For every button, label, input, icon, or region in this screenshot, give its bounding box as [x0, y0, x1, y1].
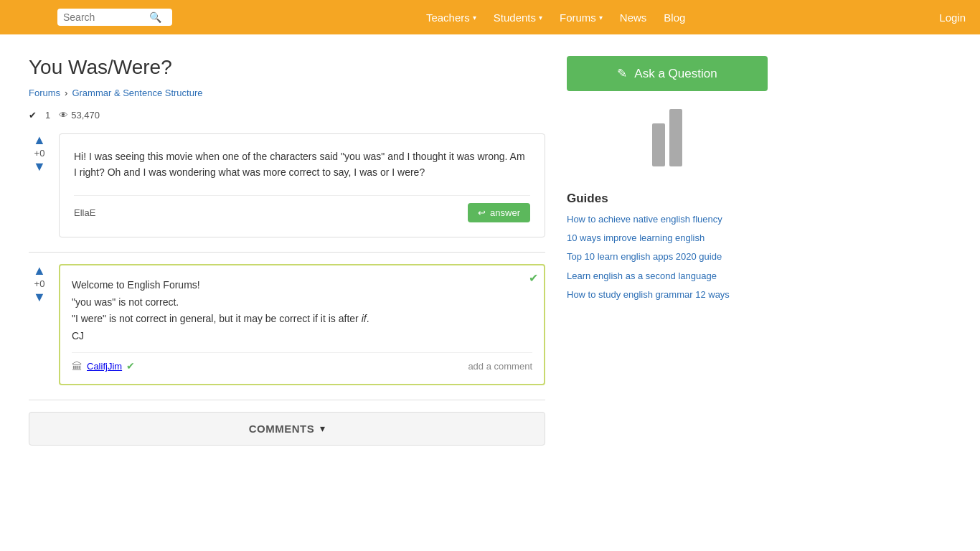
- nav-students[interactable]: Students ▾: [494, 11, 542, 24]
- comments-bar[interactable]: COMMENTS ▾: [29, 412, 545, 446]
- verified-icon: ✔: [126, 360, 135, 372]
- question-vote-col: ▲ +0 ▼: [29, 133, 50, 237]
- chevron-down-icon: ▾: [539, 14, 542, 22]
- sidebar: ✎ Ask a Question Guides How to achieve n…: [567, 56, 768, 446]
- search-button[interactable]: 🔍: [149, 11, 161, 23]
- answer-text: Welcome to English Forums! "you was" is …: [72, 277, 532, 345]
- login-button[interactable]: Login: [939, 11, 966, 24]
- question-footer: EllaE ↩ answer: [74, 195, 530, 222]
- answer-block: ▲ +0 ▼ ✔ Welcome to English Forums! "you…: [29, 264, 545, 385]
- guide-item-5: How to study english grammar 12 ways: [567, 288, 768, 301]
- main-nav: Teachers ▾ Students ▾ Forums ▾ News Blog: [187, 11, 925, 24]
- guide-item-4: Learn english as a second language: [567, 270, 768, 283]
- guide-link-5[interactable]: How to study english grammar 12 ways: [567, 289, 730, 300]
- question-block: ▲ +0 ▼ Hi! I was seeing this movie when …: [29, 133, 545, 237]
- ad-bar-2: [669, 109, 682, 166]
- ask-question-button[interactable]: ✎ Ask a Question: [567, 56, 768, 91]
- breadcrumb-forums-link[interactable]: Forums: [29, 88, 60, 98]
- check-icon: ✔: [29, 110, 37, 121]
- answer-button[interactable]: ↩ answer: [468, 203, 530, 222]
- question-vote-down[interactable]: ▼: [33, 160, 46, 173]
- answer-footer: 🏛 CalifjJim ✔ add a comment: [72, 352, 532, 372]
- breadcrumb: Forums › Grammar & Sentence Structure: [29, 88, 545, 98]
- vote-meta: 1: [45, 110, 50, 121]
- divider-2: [29, 400, 545, 400]
- eye-icon: 👁: [59, 110, 68, 121]
- guides-list: How to achieve native english fluency 10…: [567, 213, 768, 301]
- answer-content: ✔ Welcome to English Forums! "you was" i…: [59, 264, 545, 385]
- author-icon: 🏛: [72, 360, 83, 372]
- answer-vote-up[interactable]: ▲: [33, 264, 46, 277]
- reply-icon: ↩: [478, 207, 486, 218]
- search-input[interactable]: [63, 11, 149, 23]
- question-author: EllaE: [74, 207, 95, 218]
- guides-section: Guides How to achieve native english flu…: [567, 192, 768, 301]
- guide-link-1[interactable]: How to achieve native english fluency: [567, 214, 722, 225]
- nav-news[interactable]: News: [620, 11, 647, 24]
- add-comment-link[interactable]: add a comment: [468, 361, 532, 372]
- question-text: Hi! I was seeing this movie when one of …: [74, 149, 530, 181]
- page-title: You Was/Were?: [29, 56, 545, 79]
- site-header: 🔍 Teachers ▾ Students ▾ Forums ▾ News Bl…: [0, 0, 980, 34]
- breadcrumb-category-link[interactable]: Grammar & Sentence Structure: [72, 88, 202, 98]
- content-area: You Was/Were? Forums › Grammar & Sentenc…: [29, 56, 545, 446]
- nav-teachers[interactable]: Teachers ▾: [426, 11, 476, 24]
- comments-chevron-icon: ▾: [320, 423, 325, 434]
- ad-placeholder: [567, 105, 768, 170]
- guides-title: Guides: [567, 192, 768, 206]
- chevron-down-icon: ▾: [599, 14, 603, 22]
- chevron-down-icon: ▾: [473, 14, 476, 22]
- guide-item-1: How to achieve native english fluency: [567, 213, 768, 226]
- guide-item-2: 10 ways improve learning english: [567, 232, 768, 245]
- guide-link-2[interactable]: 10 ways improve learning english: [567, 232, 705, 243]
- question-vote-up[interactable]: ▲: [33, 133, 46, 146]
- nav-blog[interactable]: Blog: [664, 11, 685, 24]
- pencil-icon: ✎: [617, 66, 627, 81]
- views-meta: 👁 53,470: [59, 110, 100, 121]
- guide-link-3[interactable]: Top 10 learn english apps 2020 guide: [567, 251, 722, 262]
- nav-forums[interactable]: Forums ▾: [560, 11, 603, 24]
- post-meta: ✔ 1 👁 53,470: [29, 110, 545, 121]
- divider: [29, 252, 545, 253]
- answer-vote-down[interactable]: ▼: [33, 291, 46, 303]
- question-content: Hi! I was seeing this movie when one of …: [59, 133, 545, 237]
- breadcrumb-separator: ›: [65, 88, 67, 98]
- answer-vote-count: +0: [34, 278, 45, 289]
- guide-link-4[interactable]: Learn english as a second language: [567, 270, 717, 281]
- answer-verified-check: ✔: [529, 271, 538, 285]
- question-vote-count: +0: [34, 148, 45, 159]
- ad-bar-1: [652, 123, 665, 166]
- search-form: 🔍: [57, 9, 172, 26]
- comments-label: COMMENTS: [249, 423, 315, 435]
- main-container: You Was/Were? Forums › Grammar & Sentenc…: [0, 34, 980, 467]
- answer-author-section: 🏛 CalifjJim ✔: [72, 360, 135, 372]
- answer-author-link[interactable]: CalifjJim: [87, 361, 122, 372]
- guide-item-3: Top 10 learn english apps 2020 guide: [567, 250, 768, 263]
- answer-vote-col: ▲ +0 ▼: [29, 264, 50, 385]
